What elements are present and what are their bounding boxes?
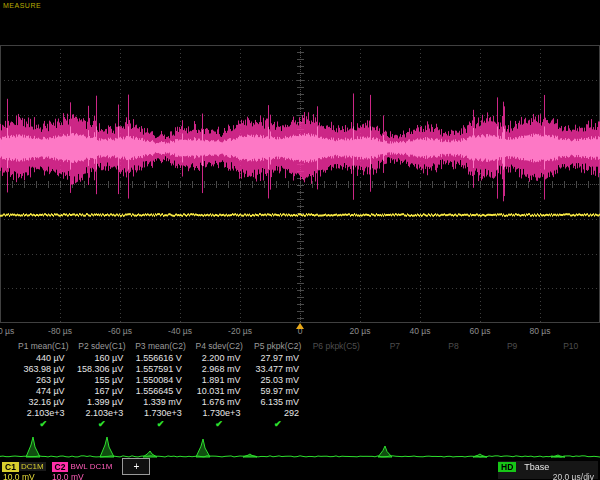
meas-value: 158.306 µV [73, 364, 132, 375]
waveform-grid[interactable] [0, 45, 600, 323]
meas-value: 2.200 mV [190, 353, 249, 364]
waveform-canvas[interactable] [0, 45, 600, 323]
meas-status-check: ✔ [14, 419, 73, 430]
meas-value [541, 364, 600, 375]
meas-value [424, 397, 483, 408]
meas-value: 440 µV [14, 353, 73, 364]
meas-value [483, 386, 542, 397]
channel-descriptors: C1 DC1M C2 BWL DC1M + 10.0 mV 10.0 mV [2, 461, 322, 479]
time-axis: -100 µs-80 µs-60 µs-40 µs-20 µs020 µs40 … [0, 323, 600, 339]
meas-header-p4[interactable]: P4 sdev(C2) [190, 340, 249, 353]
meas-value [307, 353, 366, 364]
meas-value: 1.557591 V [131, 364, 190, 375]
meas-header-p6[interactable]: P6 pkpk(C5) [307, 340, 366, 353]
meas-value: 160 µV [73, 353, 132, 364]
time-label: -60 µs [108, 326, 132, 336]
meas-value: 10.031 mV [190, 386, 249, 397]
meas-status-check: ✔ [73, 419, 132, 430]
time-label: -80 µs [48, 326, 72, 336]
time-label: 80 µs [530, 326, 551, 336]
meas-value [366, 353, 425, 364]
meas-header-p5[interactable]: P5 pkpk(C2) [248, 340, 307, 353]
meas-header-p2[interactable]: P2 sdev(C1) [73, 340, 132, 353]
meas-value: 6.135 mV [248, 397, 307, 408]
time-label: 20 µs [350, 326, 371, 336]
plus-icon: + [133, 461, 139, 472]
meas-header-p3[interactable]: P3 mean(C2) [131, 340, 190, 353]
meas-value [424, 386, 483, 397]
meas-value: 1.730e+3 [190, 408, 249, 419]
time-label: 60 µs [470, 326, 491, 336]
meas-value [541, 408, 600, 419]
tbase-label: Tbase [524, 462, 549, 472]
meas-value [541, 397, 600, 408]
meas-value [366, 364, 425, 375]
meas-header-p10[interactable]: P10 [541, 340, 600, 353]
meas-value: 1.550084 V [131, 375, 190, 386]
c1-coupling-label: DC1M [19, 462, 46, 471]
timebase-descriptor[interactable]: HD Tbase 20.0 µs/div [498, 461, 598, 479]
meas-value [483, 408, 542, 419]
meas-status-check: ✔ [131, 419, 190, 430]
meas-value [307, 397, 366, 408]
meas-value [541, 386, 600, 397]
meas-value: 27.97 mV [248, 353, 307, 364]
meas-value [424, 408, 483, 419]
meas-status-check [366, 419, 425, 430]
meas-value: 59.97 mV [248, 386, 307, 397]
meas-value [307, 408, 366, 419]
meas-status-check [541, 419, 600, 430]
meas-header-p9[interactable]: P9 [483, 340, 542, 353]
meas-status-check: ✔ [190, 419, 249, 430]
meas-value [541, 353, 600, 364]
hd-mode-badge[interactable]: HD [498, 462, 516, 472]
time-label: -20 µs [228, 326, 252, 336]
histogram-trace[interactable] [0, 430, 600, 460]
descriptor-bar: C1 DC1M C2 BWL DC1M + 10.0 mV 10.0 mV HD… [0, 460, 600, 480]
measurement-table: P1 mean(C1)P2 sdev(C1)P3 mean(C2)P4 sdev… [0, 340, 600, 430]
meas-value [483, 353, 542, 364]
meas-header-p7[interactable]: P7 [366, 340, 425, 353]
histogram-strip [0, 430, 600, 460]
meas-value [366, 397, 425, 408]
top-strip: MEASURE [0, 0, 600, 45]
time-label: -100 µs [0, 326, 14, 336]
tbase-scale-value: 20.0 µs/div [553, 472, 594, 480]
status-text: MEASURE [3, 2, 41, 9]
oscilloscope-screen: MEASURE -100 µs-80 µs-60 µs-40 µs-20 µs0… [0, 0, 600, 480]
meas-value: 1.891 mV [190, 375, 249, 386]
c1-scale-value: 10.0 mV [3, 472, 35, 480]
meas-value [307, 364, 366, 375]
cursor-marker-box[interactable]: + [122, 458, 150, 475]
meas-value: 2.968 mV [190, 364, 249, 375]
meas-value: 155 µV [73, 375, 132, 386]
c2-coupling-label: BWL DC1M [68, 462, 114, 471]
meas-header-p8[interactable]: P8 [424, 340, 483, 353]
meas-header-p1[interactable]: P1 mean(C1) [14, 340, 73, 353]
meas-value [366, 375, 425, 386]
meas-value: 474 µV [14, 386, 73, 397]
meas-value: 1.730e+3 [131, 408, 190, 419]
meas-value [483, 375, 542, 386]
meas-value [366, 408, 425, 419]
meas-value [307, 375, 366, 386]
meas-value: 2.103e+3 [14, 408, 73, 419]
meas-value [424, 364, 483, 375]
meas-value [483, 364, 542, 375]
meas-value: 1.556645 V [131, 386, 190, 397]
meas-value: 263 µV [14, 375, 73, 386]
meas-value [541, 375, 600, 386]
meas-value: 1.339 mV [131, 397, 190, 408]
meas-value [366, 386, 425, 397]
channel-c2-badge[interactable]: C2 [52, 462, 69, 472]
trigger-time-marker[interactable] [296, 323, 304, 329]
channel-c1-badge[interactable]: C1 [2, 462, 19, 472]
meas-status-check [483, 419, 542, 430]
meas-value: 1.676 mV [190, 397, 249, 408]
meas-value: 25.03 mV [248, 375, 307, 386]
meas-value: 1.399 µV [73, 397, 132, 408]
meas-value: 363.98 µV [14, 364, 73, 375]
meas-status-check: ✔ [248, 419, 307, 430]
meas-value: 167 µV [73, 386, 132, 397]
meas-value [424, 375, 483, 386]
